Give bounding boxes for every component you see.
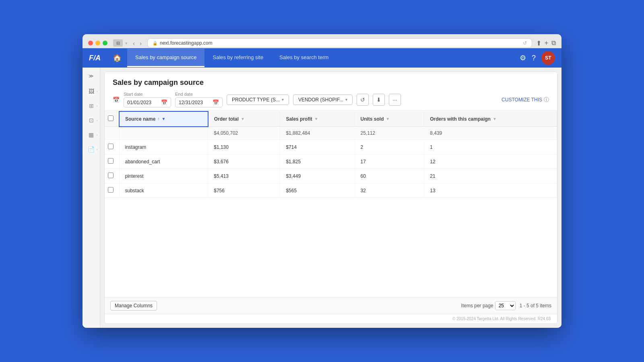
- row-checkbox-0[interactable]: [108, 144, 114, 149]
- help-icon[interactable]: ?: [532, 54, 536, 62]
- row-checkbox-1[interactable]: [108, 158, 114, 164]
- back-button[interactable]: ‹: [131, 39, 136, 47]
- new-tab-button[interactable]: +: [545, 39, 548, 47]
- layers-icon: ⊞: [89, 103, 94, 109]
- pagination-info: Items per page 25 50 100 1 - 5 of 5 item…: [461, 301, 551, 310]
- customize-button[interactable]: CUSTOMIZE THIS ⓘ: [502, 96, 549, 103]
- items-per-page-dropdown[interactable]: 25 50 100: [495, 301, 516, 310]
- items-per-page-label: Items per page: [461, 303, 493, 309]
- extensions-button[interactable]: ⧉: [551, 39, 556, 47]
- row-orders-campaign: 12: [424, 154, 557, 169]
- vendor-filter-button[interactable]: VENDOR (SHOPIF... ▾: [293, 95, 353, 105]
- sidebar-item-4[interactable]: ▦ ›: [84, 129, 99, 141]
- grid-icon: ⊡: [89, 117, 94, 123]
- expand-arrow-5: ›: [97, 148, 98, 151]
- end-date-input[interactable]: [179, 100, 211, 105]
- select-all-checkbox[interactable]: [108, 115, 114, 121]
- row-units-sold: 60: [355, 169, 424, 183]
- totals-row: $4,050,702 $1,882,484 25,112 8,439: [105, 127, 557, 140]
- chevron-down-icon-2: ▾: [345, 97, 347, 102]
- expand-arrow-1: ›: [97, 90, 98, 93]
- sales-profit-filter-icon[interactable]: ▼: [314, 117, 318, 121]
- totals-order-total: $4,050,702: [208, 127, 280, 140]
- end-date-label: End date: [175, 92, 223, 97]
- browser-top-bar: ⊟ ▾ ‹ › 🔒 next.forecastingapp.com ↺ ⬆ + …: [88, 38, 556, 48]
- source-name-filter-icon[interactable]: ▼: [161, 117, 165, 121]
- nav-right: ⚙ ? ST: [520, 51, 555, 65]
- row-units-sold: 17: [355, 154, 424, 169]
- row-sales-profit: $714: [280, 140, 355, 154]
- tab-campaign-source[interactable]: Sales by campaign source: [127, 49, 204, 67]
- row-checkbox-cell: [105, 169, 119, 183]
- more-options-button[interactable]: ···: [389, 94, 401, 106]
- expand-arrow-2: ›: [97, 104, 98, 108]
- order-total-column-label: Order total: [214, 116, 239, 122]
- chevron-down-icon: ▾: [282, 97, 284, 102]
- settings-icon[interactable]: ⚙: [520, 53, 526, 62]
- app-logo: F/A: [89, 54, 101, 62]
- end-date-calendar-icon[interactable]: 📅: [213, 99, 219, 105]
- browser-chrome: ⊟ ▾ ‹ › 🔒 next.forecastingapp.com ↺ ⬆ + …: [83, 34, 561, 48]
- source-name-column-header: Source name ↑ ▼: [119, 111, 208, 127]
- sidebar-item-1[interactable]: 🖼 ›: [84, 85, 99, 97]
- row-checkbox-3[interactable]: [108, 187, 114, 193]
- avatar[interactable]: ST: [541, 51, 555, 65]
- reload-icon[interactable]: ↺: [523, 40, 527, 46]
- row-sales-profit: $1,825: [280, 154, 355, 169]
- units-sold-filter-icon[interactable]: ▼: [386, 117, 390, 121]
- row-checkbox-2[interactable]: [108, 173, 114, 178]
- order-total-filter-icon[interactable]: ▼: [241, 117, 245, 121]
- units-sold-column-label: Units sold: [361, 116, 384, 122]
- lock-icon: 🔒: [153, 41, 157, 45]
- row-checkbox-cell: [105, 154, 119, 169]
- manage-columns-button[interactable]: Manage Columns: [110, 301, 157, 311]
- start-date-input-wrap[interactable]: 📅: [124, 97, 171, 107]
- export-button[interactable]: ⬇: [373, 94, 385, 106]
- tab-search-term[interactable]: Sales by search term: [271, 49, 336, 67]
- sidebar: ≫ 🖼 › ⊞ › ⊡ › ▦ › 📄 ›: [83, 68, 100, 328]
- table-container: Source name ↑ ▼ Order total ▼: [105, 111, 557, 297]
- sort-ascending-icon[interactable]: ↑: [157, 117, 159, 121]
- start-date-calendar-icon[interactable]: 📅: [161, 99, 167, 105]
- table-body: $4,050,702 $1,882,484 25,112 8,439 insta…: [105, 127, 557, 198]
- vendor-filter-label: VENDOR (SHOPIF...: [298, 97, 343, 103]
- start-date-input[interactable]: [127, 100, 159, 105]
- page-header: Sales by campaign source 📅 Start date 📅: [105, 72, 557, 111]
- refresh-button[interactable]: ↺: [357, 94, 369, 106]
- end-date-input-wrap[interactable]: 📅: [175, 97, 223, 107]
- close-window-button[interactable]: [88, 41, 93, 45]
- table-header-row: Source name ↑ ▼ Order total ▼: [105, 111, 557, 127]
- units-sold-column-header: Units sold ▼: [355, 111, 424, 127]
- start-date-label: Start date: [124, 92, 171, 97]
- sidebar-toggle-button[interactable]: ⊟: [113, 39, 123, 47]
- table-footer: Manage Columns Items per page 25 50 100 …: [105, 297, 557, 314]
- table-row: abandoned_cart $3,676 $1,825 17 12: [105, 154, 557, 169]
- sidebar-item-5[interactable]: 📄 ›: [84, 143, 99, 155]
- share-button[interactable]: ⬆: [536, 39, 541, 47]
- row-orders-campaign: 13: [424, 183, 557, 198]
- home-button[interactable]: 🏠: [109, 52, 126, 64]
- pagination-range: 1 - 5 of 5 items: [520, 303, 551, 309]
- page-title: Sales by campaign source: [113, 78, 549, 87]
- row-sales-profit: $3,449: [280, 169, 355, 183]
- sidebar-item-3[interactable]: ⊡ ›: [84, 114, 99, 126]
- address-bar[interactable]: 🔒 next.forecastingapp.com ↺: [147, 38, 532, 48]
- maximize-window-button[interactable]: [103, 41, 107, 45]
- forward-button[interactable]: ›: [138, 39, 143, 47]
- browser-actions: ⬆ + ⧉: [536, 39, 556, 47]
- table-row: substack $756 $565 32 13: [105, 183, 557, 198]
- minimize-window-button[interactable]: [95, 41, 100, 45]
- date-group: Start date 📅 End date 📅: [124, 92, 223, 107]
- orders-campaign-column-header: Orders with this campaign ▼: [424, 111, 557, 127]
- source-name-column-label: Source name: [125, 116, 155, 122]
- product-type-filter-label: PRODUCT TYPE (S...: [232, 97, 280, 103]
- orders-campaign-filter-icon[interactable]: ▼: [493, 117, 497, 121]
- window-controls: ⊟ ▾: [113, 39, 127, 47]
- row-order-total: $5,413: [208, 169, 280, 183]
- product-type-filter-button[interactable]: PRODUCT TYPE (S... ▾: [227, 95, 289, 105]
- tab-referring-site[interactable]: Sales by referring site: [204, 49, 271, 67]
- order-total-column-header: Order total ▼: [208, 111, 280, 127]
- sidebar-item-2[interactable]: ⊞ ›: [84, 100, 99, 112]
- sidebar-collapse-button[interactable]: ≫: [86, 72, 97, 80]
- row-orders-campaign: 21: [424, 169, 557, 183]
